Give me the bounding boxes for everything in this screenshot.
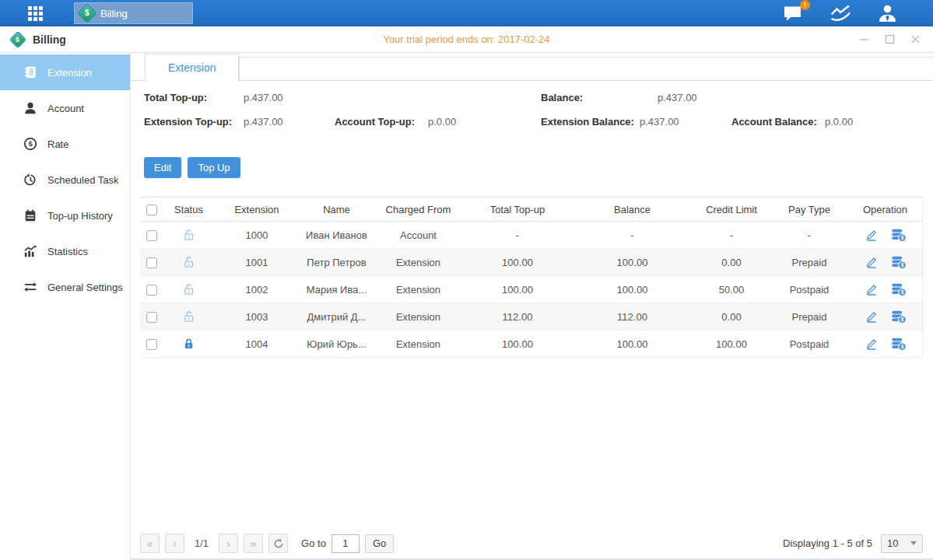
prev-page-button[interactable]: ‹ [165, 534, 184, 553]
first-page-button[interactable]: « [140, 534, 160, 553]
topup-extension-icon[interactable]: $ [891, 228, 907, 243]
column-header-total-top-up[interactable]: Total Top-up [463, 198, 572, 222]
sidebar: Extension Account $ Rate Scheduled Task [0, 53, 131, 560]
row-checkbox[interactable] [146, 257, 157, 268]
topup-history-icon [23, 208, 37, 222]
edit-extension-icon[interactable] [865, 228, 879, 242]
resource-monitor-icon[interactable] [830, 5, 851, 22]
account-topup-label: Account Top-up: [335, 116, 415, 128]
column-header-name[interactable]: Name [300, 198, 374, 222]
top-up-button[interactable]: Top Up [188, 157, 240, 178]
notifications-icon[interactable]: ! [783, 5, 804, 23]
column-header-status[interactable]: Status [163, 198, 214, 222]
cell-credit-limit: 0.00 [693, 303, 770, 331]
go-button[interactable]: Go [365, 534, 394, 553]
extension-balance-label: Extension Balance: [541, 116, 634, 128]
trial-notice: Your trial period ends on: 2017-02-24 [0, 33, 933, 45]
user-account-icon[interactable] [878, 4, 897, 23]
lock-open-icon [182, 228, 195, 242]
topup-extension-icon[interactable]: $ [891, 282, 907, 297]
refresh-button[interactable] [268, 534, 288, 553]
sidebar-item-label: Account [47, 103, 84, 114]
sidebar-item-label: Top-up History [47, 210, 113, 222]
account-icon [23, 101, 37, 115]
cell-credit-limit: 0.00 [693, 249, 770, 276]
edit-extension-icon[interactable] [865, 337, 879, 351]
tab-strip: Extension [131, 53, 933, 81]
minimize-button[interactable] [859, 34, 869, 44]
balance-label: Balance: [541, 92, 583, 103]
row-checkbox[interactable] [146, 230, 157, 241]
apps-grid-icon[interactable] [28, 6, 43, 21]
row-checkbox[interactable] [146, 312, 157, 323]
next-page-button[interactable]: › [219, 534, 238, 553]
sidebar-item-extension[interactable]: Extension [0, 54, 130, 90]
goto-page-input[interactable] [331, 534, 360, 553]
action-buttons: Edit Top Up [144, 157, 933, 178]
page-size-select[interactable]: 10 [881, 534, 923, 553]
extension-table-body: 1000Иван ИвановAccount----$1001Петр Петр… [140, 222, 922, 358]
cell-pay-type: Prepaid [770, 303, 848, 331]
window-controls [859, 34, 933, 44]
notification-badge: ! [800, 0, 810, 10]
cell-charged-from: Extension [374, 303, 463, 331]
cell-total-topup: 100.00 [463, 249, 572, 276]
goto-label: Go to [301, 537, 326, 549]
maximize-button[interactable] [885, 34, 895, 44]
topup-extension-icon[interactable]: $ [891, 337, 907, 352]
edit-extension-icon[interactable] [865, 255, 879, 269]
scheduled-task-icon [23, 173, 37, 187]
coins-icon: $ [891, 228, 907, 243]
column-header-operation[interactable]: Operation [848, 198, 922, 222]
table-row: 1000Иван ИвановAccount----$ [140, 222, 922, 249]
cell-extension: 1004 [214, 331, 300, 358]
statistics-icon [23, 244, 37, 258]
cell-extension: 1003 [214, 303, 300, 331]
row-checkbox[interactable] [146, 285, 157, 296]
svg-text:$: $ [900, 262, 903, 268]
edit-pencil-icon [865, 282, 879, 296]
last-page-button[interactable]: » [244, 534, 263, 553]
select-all-checkbox[interactable] [146, 205, 157, 215]
edit-pencil-icon [865, 310, 879, 324]
sidebar-item-scheduled-task[interactable]: Scheduled Task [0, 162, 130, 198]
edit-extension-icon[interactable] [865, 282, 879, 296]
lock-open-icon [182, 310, 195, 324]
column-header-balance[interactable]: Balance [572, 198, 693, 222]
edit-extension-icon[interactable] [865, 310, 879, 324]
tab-extension[interactable]: Extension [145, 54, 239, 81]
page-indicator: 1/1 [195, 537, 209, 549]
cell-status [163, 222, 214, 249]
cell-charged-from: Account [374, 222, 463, 249]
column-header-extension[interactable]: Extension [214, 198, 300, 222]
extension-balance-value: p.437.00 [640, 116, 679, 128]
cell-charged-from: Extension [374, 276, 463, 303]
tab-extension-label: Extension [168, 61, 216, 74]
sidebar-item-statistics[interactable]: Statistics [0, 233, 130, 269]
topup-extension-icon[interactable]: $ [891, 310, 907, 324]
sidebar-item-account[interactable]: Account [0, 90, 130, 126]
column-header-credit-limit[interactable]: Credit Limit [693, 198, 770, 222]
sidebar-item-topup-history[interactable]: Top-up History [0, 198, 130, 233]
row-checkbox[interactable] [146, 339, 157, 350]
close-button[interactable] [910, 34, 921, 44]
cell-credit-limit: - [693, 222, 770, 249]
extension-table: StatusExtensionNameCharged FromTotal Top… [140, 197, 923, 358]
cell-total-topup: 100.00 [463, 276, 572, 303]
topup-extension-icon[interactable]: $ [891, 255, 907, 270]
cell-charged-from: Extension [374, 331, 463, 358]
cell-credit-limit: 50.00 [693, 276, 770, 303]
cell-pay-type: Postpaid [770, 276, 848, 303]
cell-pay-type: Prepaid [770, 249, 848, 276]
column-header-charged-from[interactable]: Charged From [374, 198, 463, 222]
svg-text:$: $ [900, 344, 903, 350]
edit-button[interactable]: Edit [144, 157, 181, 178]
column-header-pay-type[interactable]: Pay Type [770, 198, 848, 222]
cell-extension: 1002 [214, 276, 300, 303]
cell-balance: 100.00 [572, 276, 693, 303]
sidebar-item-general-settings[interactable]: General Settings [0, 269, 130, 305]
general-settings-icon [23, 280, 37, 294]
billing-app-tab[interactable]: $ Billing [74, 2, 193, 24]
sidebar-item-rate[interactable]: $ Rate [0, 126, 130, 162]
app-body: Extension Account $ Rate Scheduled Task [0, 53, 933, 560]
